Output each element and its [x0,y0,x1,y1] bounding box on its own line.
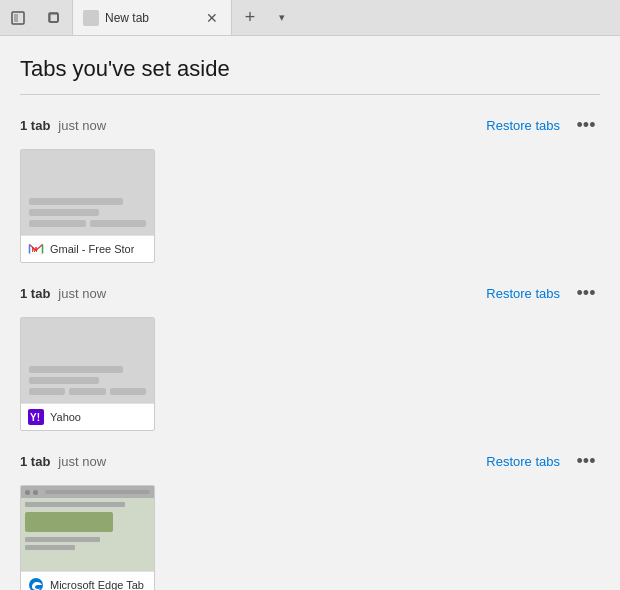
tab-card-gmail[interactable]: M Gmail - Free Stor [20,149,155,263]
section-header-1: 1 tab just now Restore tabs ••• [20,111,600,139]
section-time-3: just now [58,454,106,469]
edge-thumb-body [21,498,154,571]
tab-count-2: 1 tab [20,286,50,301]
section-meta-1: 1 tab just now [20,118,106,133]
tab-card-footer-gmail: M Gmail - Free Stor [21,235,154,262]
section-meta-3: 1 tab just now [20,454,106,469]
thumb-line [29,388,65,395]
thumb-line [90,220,147,227]
more-options-button-3[interactable]: ••• [572,447,600,475]
thumb-line [29,198,123,205]
new-tab-button[interactable]: + [232,0,268,35]
tab-card-footer-yahoo: Y! Yahoo [21,403,154,430]
page-title: Tabs you've set aside [20,56,600,95]
edge-content-block [25,512,113,532]
tab-site-label-edge: Microsoft Edge Tab [50,579,144,590]
set-aside-section-3: 1 tab just now Restore tabs ••• [20,447,600,590]
tab-thumbnail-yahoo [21,318,154,403]
svg-text:Y!: Y! [30,412,40,423]
tab-thumbnail-edge [21,486,154,571]
tab-card-edge[interactable]: Microsoft Edge Tab [20,485,155,590]
section-meta-2: 1 tab just now [20,286,106,301]
svg-rect-1 [14,14,18,22]
thumb-line-row [29,220,146,227]
edge-icon [28,577,44,590]
section-header-3: 1 tab just now Restore tabs ••• [20,447,600,475]
title-bar: New tab ✕ + ▾ [0,0,620,36]
thumb-line [110,388,146,395]
section-time-1: just now [58,118,106,133]
thumb-line [29,220,86,227]
edge-dot [33,490,38,495]
edge-thumb-content [21,486,154,571]
more-options-button-2[interactable]: ••• [572,279,600,307]
back-icon[interactable] [0,0,36,35]
thumb-line [29,366,123,373]
yahoo-icon: Y! [28,409,44,425]
tab-close-button[interactable]: ✕ [203,9,221,27]
thumb-lines [29,198,146,227]
thumb-lines [29,366,146,395]
section-header-2: 1 tab just now Restore tabs ••• [20,279,600,307]
tab-bar: New tab ✕ + ▾ [0,0,296,35]
tab-favicon [83,10,99,26]
edge-dot [25,490,30,495]
restore-tabs-button-1[interactable]: Restore tabs [482,116,564,135]
section-actions-2: Restore tabs ••• [482,279,600,307]
page-content: Tabs you've set aside 1 tab just now Res… [0,36,620,590]
tab-count-1: 1 tab [20,118,50,133]
edge-address-bar [45,490,150,494]
edge-line [25,537,100,542]
thumb-line [29,209,99,216]
svg-rect-3 [50,14,58,22]
tab-thumbnail-gmail [21,150,154,235]
restore-icon[interactable] [36,0,72,35]
set-aside-section-2: 1 tab just now Restore tabs ••• [20,279,600,431]
svg-text:M: M [32,246,38,253]
tab-card-yahoo[interactable]: Y! Yahoo [20,317,155,431]
gmail-icon: M [28,241,44,257]
tab-site-label-yahoo: Yahoo [50,411,81,423]
tab-label: New tab [105,11,197,25]
thumb-line [69,388,105,395]
edge-thumb-topbar [21,486,154,498]
restore-tabs-button-3[interactable]: Restore tabs [482,452,564,471]
tab-count-3: 1 tab [20,454,50,469]
edge-line [25,545,75,550]
tab-card-footer-edge: Microsoft Edge Tab [21,571,154,590]
tab-dropdown-button[interactable]: ▾ [268,0,296,35]
active-tab[interactable]: New tab ✕ [72,0,232,35]
restore-tabs-button-2[interactable]: Restore tabs [482,284,564,303]
set-aside-section-1: 1 tab just now Restore tabs ••• [20,111,600,263]
tab-site-label-gmail: Gmail - Free Stor [50,243,134,255]
thumb-line-row [29,388,146,395]
thumb-line [29,377,99,384]
edge-line [25,502,125,507]
section-time-2: just now [58,286,106,301]
section-actions-3: Restore tabs ••• [482,447,600,475]
section-actions-1: Restore tabs ••• [482,111,600,139]
more-options-button-1[interactable]: ••• [572,111,600,139]
